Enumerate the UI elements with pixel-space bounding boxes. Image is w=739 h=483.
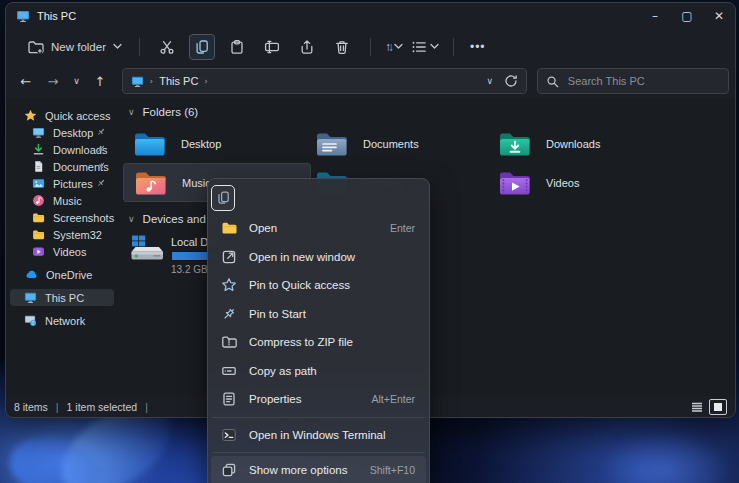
menu-item-label: Pin to Start bbox=[249, 308, 403, 320]
up-button[interactable]: ↑ bbox=[88, 69, 111, 93]
tile-downloads[interactable]: Downloads bbox=[488, 124, 671, 163]
path-box-icon bbox=[221, 363, 237, 379]
address-dropdown-chevron-icon[interactable]: ∨ bbox=[482, 69, 498, 93]
delete-button[interactable] bbox=[329, 34, 355, 60]
sidebar-item-videos[interactable]: Videos bbox=[10, 243, 114, 260]
folders-section-header[interactable]: ∨ Folders (6) bbox=[128, 104, 735, 120]
new-folder-chevron-icon bbox=[113, 43, 122, 50]
sidebar-item-music[interactable]: Music bbox=[10, 192, 114, 209]
search-icon bbox=[546, 75, 559, 88]
sidebar-item-label: Music bbox=[53, 195, 82, 207]
sidebar-item-this-pc[interactable]: This PC bbox=[10, 289, 114, 306]
large-icons-view-icon bbox=[713, 402, 723, 412]
menu-item-pin-to-quick-access[interactable]: Pin to Quick access bbox=[211, 271, 426, 300]
paste-button[interactable] bbox=[224, 34, 250, 60]
more-options-button[interactable]: ••• bbox=[470, 40, 486, 54]
selection-count: 1 item selected bbox=[67, 401, 138, 413]
sidebar-item-label: Quick access bbox=[45, 110, 110, 122]
rename-icon bbox=[264, 39, 280, 55]
picture-icon bbox=[32, 177, 45, 190]
sidebar-item-label: OneDrive bbox=[46, 269, 92, 281]
minimize-button[interactable]: – bbox=[639, 3, 671, 29]
sidebar-item-network[interactable]: Network bbox=[10, 312, 114, 329]
menu-separator bbox=[212, 452, 425, 453]
pin-star-icon bbox=[221, 277, 237, 293]
properties-icon bbox=[221, 391, 237, 407]
sidebar-item-downloads[interactable]: Downloads bbox=[10, 141, 114, 158]
view-button[interactable] bbox=[411, 39, 439, 55]
menu-item-open-in-new-window[interactable]: Open in new window bbox=[211, 243, 426, 272]
document-icon bbox=[32, 160, 45, 173]
pin-icon bbox=[96, 144, 106, 154]
tile-desktop[interactable]: Desktop bbox=[123, 124, 305, 163]
menu-item-copy-as-path[interactable]: Copy as path bbox=[211, 357, 426, 386]
close-button[interactable]: ✕ bbox=[703, 3, 735, 29]
copy-button[interactable] bbox=[189, 34, 215, 60]
cut-button[interactable] bbox=[154, 34, 180, 60]
menu-item-shortcut: Alt+Enter bbox=[372, 393, 415, 405]
context-menu: Open Enter Open in new window Pin to Qui… bbox=[207, 178, 430, 483]
copy-mini-button[interactable] bbox=[211, 185, 235, 211]
view-toggles bbox=[689, 399, 727, 415]
menu-item-show-more-options[interactable]: Show more options Shift+F10 bbox=[211, 456, 426, 483]
rename-button[interactable] bbox=[259, 34, 285, 60]
sidebar-item-quick-access[interactable]: Quick access bbox=[10, 107, 114, 124]
collapse-chevron-icon: ∨ bbox=[128, 107, 135, 117]
sidebar-item-screenshots[interactable]: Screenshots bbox=[10, 209, 114, 226]
sidebar-item-onedrive[interactable]: OneDrive bbox=[10, 266, 114, 283]
large-icons-view-button[interactable] bbox=[709, 399, 727, 415]
layers-icon bbox=[221, 462, 237, 478]
title-bar: This PC – ▢ ✕ bbox=[6, 3, 735, 29]
sort-button[interactable]: ↑↓ bbox=[385, 40, 403, 54]
search-box[interactable] bbox=[537, 68, 729, 94]
item-count: 8 items bbox=[14, 401, 48, 413]
menu-item-shortcut: Enter bbox=[390, 222, 415, 234]
download-icon bbox=[32, 143, 45, 156]
menu-item-properties[interactable]: Properties Alt+Enter bbox=[211, 385, 426, 414]
context-menu-command-bar bbox=[211, 181, 426, 214]
view-chevron-icon bbox=[430, 43, 439, 50]
cut-icon bbox=[159, 39, 175, 55]
sidebar-item-label: This PC bbox=[45, 292, 84, 304]
back-button[interactable]: ← bbox=[14, 69, 37, 93]
music-folder-icon bbox=[134, 169, 168, 197]
sidebar-item-label: Network bbox=[45, 315, 85, 327]
sidebar-item-label: Videos bbox=[53, 246, 86, 258]
navigation-sidebar: Quick access Desktop Downloads Documents… bbox=[6, 98, 118, 397]
breadcrumb-this-pc[interactable]: This PC bbox=[159, 75, 198, 87]
sidebar-item-system32[interactable]: System32 bbox=[10, 226, 114, 243]
sidebar-item-documents[interactable]: Documents bbox=[10, 158, 114, 175]
folder-name: Videos bbox=[546, 177, 579, 189]
new-folder-button[interactable]: New folder bbox=[20, 34, 129, 60]
menu-item-label: Compress to ZIP file bbox=[249, 336, 403, 348]
desktop-folder-icon bbox=[133, 130, 167, 158]
menu-item-pin-to-start[interactable]: Pin to Start bbox=[211, 300, 426, 329]
share-button[interactable] bbox=[294, 34, 320, 60]
sidebar-item-label: Desktop bbox=[53, 127, 93, 139]
forward-button[interactable]: → bbox=[41, 69, 64, 93]
menu-item-open-in-windows-terminal[interactable]: Open in Windows Terminal bbox=[211, 421, 426, 450]
ellipsis-icon: ••• bbox=[470, 40, 486, 54]
recent-locations-chevron-icon[interactable]: ∨ bbox=[69, 69, 85, 93]
details-view-button[interactable] bbox=[689, 400, 705, 414]
menu-item-label: Open bbox=[249, 222, 378, 234]
tile-documents[interactable]: Documents bbox=[305, 124, 488, 163]
maximize-button[interactable]: ▢ bbox=[671, 3, 703, 29]
refresh-button[interactable] bbox=[504, 74, 518, 88]
breadcrumb-chevron: › bbox=[150, 76, 154, 86]
pin-icon bbox=[96, 161, 106, 171]
menu-item-compress-to-zip[interactable]: Compress to ZIP file bbox=[211, 328, 426, 357]
sort-icon: ↑↓ bbox=[385, 40, 391, 54]
star-icon bbox=[24, 109, 37, 122]
menu-item-open[interactable]: Open Enter bbox=[211, 214, 426, 243]
tile-videos[interactable]: Videos bbox=[488, 163, 671, 202]
music-icon bbox=[32, 194, 45, 207]
copy-icon bbox=[194, 39, 210, 55]
breadcrumb-chevron[interactable]: › bbox=[204, 76, 208, 86]
sidebar-item-pictures[interactable]: Pictures bbox=[10, 175, 114, 192]
sort-chevron-icon bbox=[394, 43, 403, 50]
address-box[interactable]: › This PC › ∨ bbox=[122, 68, 527, 94]
sidebar-item-desktop[interactable]: Desktop bbox=[10, 124, 114, 141]
this-pc-icon bbox=[16, 9, 30, 23]
search-input[interactable] bbox=[566, 74, 720, 88]
